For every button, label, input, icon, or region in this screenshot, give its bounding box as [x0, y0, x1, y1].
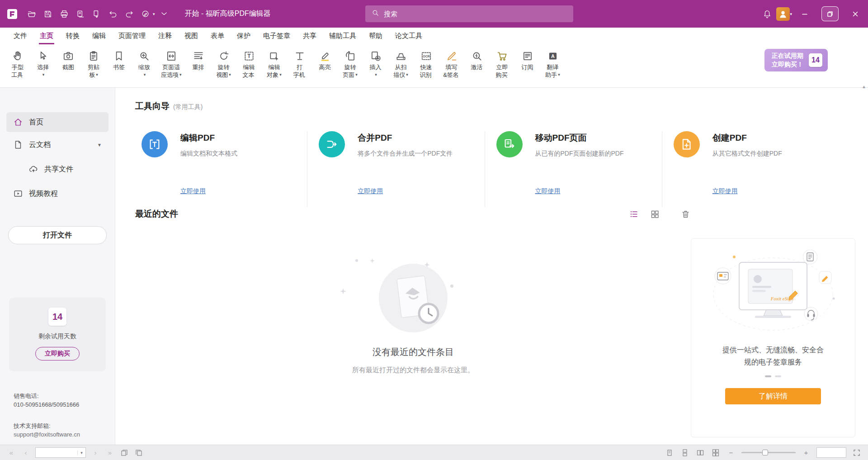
- menu-item-view[interactable]: 视图: [178, 28, 204, 44]
- sales-phone-label: 销售电话:: [14, 392, 80, 400]
- edit-text-tool[interactable]: T 编辑 文本: [239, 47, 259, 80]
- menu-item-home[interactable]: 主页: [33, 28, 60, 44]
- zoom-out-button[interactable]: −: [726, 448, 736, 458]
- open-file-sidebar-button[interactable]: 打开文件: [8, 226, 107, 244]
- snapshot-tool[interactable]: 截图: [58, 47, 79, 80]
- activate-tool[interactable]: 激活: [467, 47, 487, 80]
- share-button[interactable]: [73, 7, 88, 21]
- carousel-dot[interactable]: [775, 375, 781, 377]
- learn-more-button[interactable]: 了解详情: [725, 388, 821, 404]
- carousel-dot-active[interactable]: [765, 375, 771, 377]
- insert-pages-tool[interactable]: 插入 ▾: [365, 47, 386, 80]
- zoom-percent-box[interactable]: [816, 447, 846, 458]
- use-now-link[interactable]: 立即使用: [535, 187, 561, 195]
- undo-button[interactable]: [106, 7, 120, 21]
- continuous-facing-view-button[interactable]: [711, 448, 721, 458]
- tool-card-edit-pdf[interactable]: 编辑PDF 编辑文档和文本格式 立即使用: [135, 131, 307, 213]
- tool-card-move-pdf-pages[interactable]: 移动PDF页面 从已有的PDF页面创建新的PDF 立即使用: [485, 131, 662, 213]
- select-tool[interactable]: 选择 ▾: [33, 47, 53, 80]
- menu-item-file[interactable]: 文件: [7, 28, 33, 44]
- last-page-button[interactable]: »: [105, 448, 115, 458]
- subscribe-tool[interactable]: 订阅: [517, 47, 538, 80]
- first-page-button[interactable]: «: [6, 448, 16, 458]
- list-view-button[interactable]: [628, 208, 640, 220]
- from-scanner-tool[interactable]: 从扫 描仪▾: [391, 47, 411, 80]
- grid-view-button[interactable]: [649, 208, 660, 220]
- menu-item-share[interactable]: 共享: [297, 28, 323, 44]
- export-button[interactable]: [90, 7, 104, 21]
- buy-now-tool[interactable]: 立即 购买: [492, 47, 513, 80]
- next-page-button[interactable]: ›: [90, 448, 100, 458]
- facing-view-button[interactable]: [695, 448, 705, 458]
- menu-item-esign[interactable]: 电子签章: [257, 28, 297, 44]
- quick-sign-caret-icon[interactable]: ▾: [153, 12, 155, 16]
- page-fit-tool[interactable]: 页面适 应选项▾: [159, 47, 184, 80]
- page-number-input[interactable]: [36, 449, 77, 456]
- highlight-tool[interactable]: 高亮: [315, 47, 335, 80]
- typewriter-tool[interactable]: 打 字机: [289, 47, 310, 80]
- menu-item-edit[interactable]: 编辑: [86, 28, 112, 44]
- page-number-box[interactable]: ▾: [35, 447, 86, 458]
- clipboard-tool[interactable]: 剪贴 板▾: [83, 47, 104, 80]
- cloud-docs-caret-icon[interactable]: ▼: [97, 142, 102, 147]
- menu-item-accessibility[interactable]: 辅助工具: [323, 28, 363, 44]
- search-input[interactable]: [384, 10, 567, 18]
- menu-item-paper-tools[interactable]: 论文工具: [389, 28, 429, 44]
- rotate-pages-tool[interactable]: 旋转 页面▾: [340, 47, 361, 80]
- customize-quick-access-button[interactable]: [157, 7, 171, 21]
- use-now-link[interactable]: 立即使用: [180, 187, 206, 195]
- menu-item-comment[interactable]: 注释: [152, 28, 178, 44]
- zoom-slider-thumb[interactable]: [762, 450, 768, 455]
- fill-sign-tool[interactable]: 填写 &签名: [441, 47, 462, 80]
- use-now-link[interactable]: 立即使用: [358, 187, 383, 195]
- menu-item-form[interactable]: 表单: [204, 28, 231, 44]
- carousel-dots[interactable]: [765, 375, 781, 377]
- tool-card-merge-pdf[interactable]: 合并PDF 将多个文件合并生成一个PDF文件 立即使用: [307, 131, 484, 213]
- notifications-button[interactable]: [760, 7, 774, 21]
- zoom-in-button[interactable]: +: [801, 448, 811, 458]
- continuous-view-button[interactable]: [680, 448, 690, 458]
- menu-item-help[interactable]: 帮助: [363, 28, 389, 44]
- sidebar-item-home[interactable]: 首页: [6, 112, 108, 132]
- menu-item-page-manage[interactable]: 页面管理: [112, 28, 152, 44]
- sidebar-item-video-tutorials[interactable]: 视频教程: [6, 184, 108, 204]
- previous-view-button[interactable]: [119, 448, 129, 458]
- page-dropdown-caret-icon[interactable]: ▾: [77, 451, 85, 455]
- menu-item-convert[interactable]: 转换: [60, 28, 86, 44]
- scrollbar-up-arrow[interactable]: ▲: [862, 84, 866, 89]
- search-box[interactable]: [365, 5, 573, 22]
- reflow-tool[interactable]: 重排: [188, 47, 209, 80]
- print-button[interactable]: [57, 7, 71, 21]
- single-page-view-button[interactable]: [665, 448, 675, 458]
- redo-button[interactable]: [122, 7, 137, 21]
- use-now-link[interactable]: 立即使用: [712, 187, 738, 195]
- save-button[interactable]: [41, 7, 55, 21]
- support-email[interactable]: support@foxitsoftware.cn: [14, 430, 80, 439]
- edit-object-tool[interactable]: 编辑 对象▾: [264, 47, 285, 80]
- user-avatar[interactable]: [776, 7, 790, 21]
- zoom-slider[interactable]: [741, 452, 796, 453]
- quick-sign-button[interactable]: [138, 7, 153, 21]
- translate-assistant-tool[interactable]: A 翻译 助手▾: [542, 47, 563, 80]
- sidebar-item-shared-files[interactable]: 共享文件: [22, 159, 108, 179]
- quick-ocr-tool[interactable]: OCR 快速 识别: [416, 47, 437, 80]
- zoom-tool[interactable]: 缩放 ▾: [134, 47, 155, 80]
- zoom-percent-input[interactable]: [817, 448, 846, 457]
- bookmark-tool[interactable]: 书签: [108, 47, 129, 80]
- menu-item-protect[interactable]: 保护: [231, 28, 257, 44]
- sidebar: 首页 云文档 ▼ 共享文件 视频教程 打开文件 14 剩余试用天数 立即购买 销…: [0, 88, 115, 445]
- tool-card-create-pdf[interactable]: 创建PDF 从其它格式文件创建PDF 立即使用: [662, 131, 839, 213]
- restore-button[interactable]: [817, 0, 843, 28]
- minimize-button[interactable]: [792, 0, 817, 28]
- rotate-view-tool[interactable]: 旋转 视图▾: [213, 47, 234, 80]
- prev-page-button[interactable]: ‹: [21, 448, 31, 458]
- trial-badge[interactable]: 正在试用期 立即购买！ 14: [764, 49, 828, 71]
- sidebar-item-cloud-docs[interactable]: 云文档 ▼: [6, 135, 108, 155]
- close-button[interactable]: [843, 0, 868, 28]
- buy-now-button[interactable]: 立即购买: [35, 347, 80, 360]
- open-file-button[interactable]: [24, 7, 39, 21]
- fullscreen-button[interactable]: [852, 448, 862, 458]
- hand-tool[interactable]: 手型 工具: [7, 47, 28, 80]
- clear-recent-button[interactable]: [679, 208, 691, 220]
- next-view-button[interactable]: [134, 448, 144, 458]
